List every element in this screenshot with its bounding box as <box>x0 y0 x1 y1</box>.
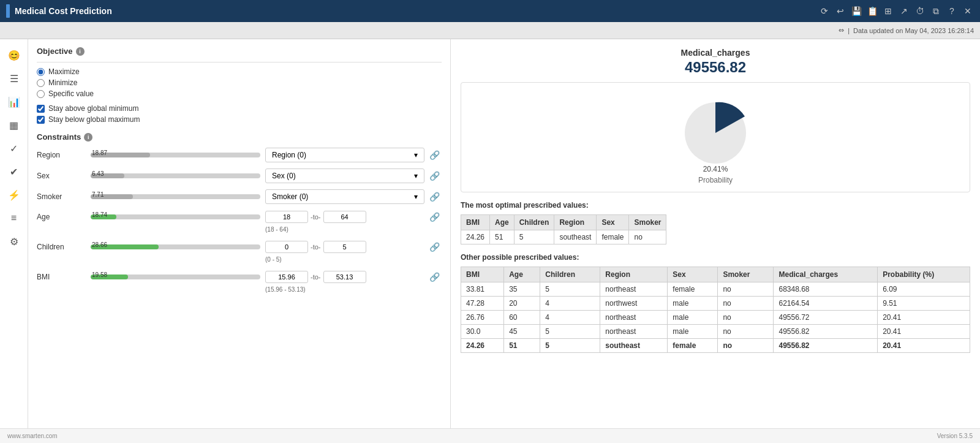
sidebar-item-check2[interactable]: ✔ <box>2 161 26 183</box>
refresh-icon[interactable]: ⟳ <box>818 6 831 16</box>
constraint-row-smoker: Smoker 7.71 Smoker (0) ▾ 🔗 <box>37 189 442 204</box>
region-dropdown-label: Region (0) <box>272 151 306 159</box>
content-area: Objective i Maximize Minimize Specific v… <box>28 39 980 428</box>
bmi-slider-value: 19.58 <box>92 271 107 278</box>
other-age-1: 20 <box>504 297 540 311</box>
export-icon[interactable]: ↗ <box>898 6 910 16</box>
optimal-age: 51 <box>490 230 514 244</box>
other-sex-2: male <box>668 311 718 325</box>
optimal-region: southeast <box>554 230 597 244</box>
other-row-0: 33.81 35 5 northeast female no 68348.68 … <box>461 282 970 297</box>
other-sex-4: female <box>668 339 718 353</box>
age-link-icon[interactable]: 🔗 <box>429 212 442 222</box>
sex-slider[interactable]: 6.43 <box>91 169 260 183</box>
sidebar-item-analytics[interactable]: ⚡ <box>2 184 26 206</box>
other-th-bmi: BMI <box>461 267 504 282</box>
sidebar-item-doc[interactable]: ≡ <box>2 207 26 229</box>
sidebar-item-table[interactable]: ▦ <box>2 114 26 136</box>
age-slider[interactable]: 18.74 <box>91 210 260 224</box>
constraints-label: Constraints <box>37 132 81 142</box>
stay-above-input[interactable] <box>37 105 45 113</box>
app-title: Medical Cost Prediction <box>15 6 818 16</box>
bmi-link-icon[interactable]: 🔗 <box>429 272 442 282</box>
sidebar-item-list[interactable]: ☰ <box>2 67 26 89</box>
sidebar-item-home[interactable]: 😊 <box>2 44 26 66</box>
stay-below-input[interactable] <box>37 116 45 124</box>
specific-label: Specific value <box>48 89 94 98</box>
children-slider-value: 28.66 <box>92 241 107 248</box>
layout-icon[interactable]: ⧉ <box>930 6 942 17</box>
age-min-input[interactable] <box>265 211 308 223</box>
minimize-radio-input[interactable] <box>37 79 45 87</box>
help-icon[interactable]: ? <box>946 6 958 16</box>
sex-dropdown[interactable]: Sex (0) ▾ <box>265 168 424 183</box>
age-range-hint: (18 - 64) <box>265 226 424 233</box>
constraint-row-bmi-wrapper: BMI 19.58 -to- 🔗 <box>37 270 442 293</box>
close-icon[interactable]: ✕ <box>962 6 974 16</box>
maximize-radio-input[interactable] <box>37 68 45 76</box>
smoker-link-icon[interactable]: 🔗 <box>429 192 442 202</box>
other-th-probability: Probability (%) <box>878 267 970 282</box>
constraints-info-icon[interactable]: i <box>84 133 92 142</box>
other-children-2: 4 <box>540 311 600 325</box>
children-range-hint: (0 - 5) <box>265 256 424 263</box>
sidebar-item-chart[interactable]: 📊 <box>2 91 26 113</box>
minimize-radio[interactable]: Minimize <box>37 78 442 87</box>
children-slider[interactable]: 28.66 <box>91 240 260 254</box>
other-row-2: 26.76 60 4 northeast male no 49556.72 20… <box>461 311 970 325</box>
other-smoker-0: no <box>718 282 774 297</box>
smoker-slider[interactable]: 7.71 <box>91 190 260 203</box>
age-max-input[interactable] <box>323 211 366 223</box>
grid-icon[interactable]: ⊞ <box>882 6 894 16</box>
other-smoker-1: no <box>718 297 774 311</box>
sex-dropdown-arrow: ▾ <box>414 172 418 180</box>
bmi-label: BMI <box>37 273 86 281</box>
specific-radio-input[interactable] <box>37 90 45 98</box>
other-bmi-4: 24.26 <box>461 339 504 353</box>
bmi-min-input[interactable] <box>265 271 308 283</box>
history-icon[interactable]: ⏱ <box>914 6 926 16</box>
specific-radio[interactable]: Specific value <box>37 89 442 98</box>
region-label: Region <box>37 151 86 159</box>
other-charges-4: 49556.82 <box>774 339 878 353</box>
children-max-input[interactable] <box>323 241 366 253</box>
objective-info-icon[interactable]: i <box>76 47 85 56</box>
sidebar-item-check[interactable]: ✓ <box>2 137 26 159</box>
constraint-row-sex: Sex 6.43 Sex (0) ▾ 🔗 <box>37 168 442 183</box>
stay-above-checkbox[interactable]: Stay above global minimum <box>37 104 442 113</box>
other-children-4: 5 <box>540 339 600 353</box>
undo-icon[interactable]: ↩ <box>834 6 846 16</box>
children-link-icon[interactable]: 🔗 <box>429 242 442 252</box>
smoker-dropdown-arrow: ▾ <box>414 192 418 201</box>
optimal-smoker: no <box>629 230 666 244</box>
age-hint-row: (18 - 64) <box>37 226 442 233</box>
stay-below-checkbox[interactable]: Stay below global maximum <box>37 115 442 124</box>
objective-checkbox-group: Stay above global minimum Stay below glo… <box>37 104 442 124</box>
objective-divider <box>37 62 442 62</box>
objective-label: Objective <box>37 47 73 56</box>
other-children-1: 4 <box>540 297 600 311</box>
other-region-3: northeast <box>600 325 668 339</box>
children-min-input[interactable] <box>265 241 308 253</box>
optimal-th-bmi: BMI <box>461 215 490 230</box>
sex-link-icon[interactable]: 🔗 <box>429 171 442 181</box>
region-slider[interactable]: 18.87 <box>91 148 260 162</box>
constraint-row-children: Children 28.66 -to- 🔗 <box>37 240 442 254</box>
other-age-3: 45 <box>504 325 540 339</box>
objective-section-title: Objective i <box>37 47 442 56</box>
sidebar-item-settings[interactable]: ⚙ <box>2 230 26 252</box>
region-dropdown[interactable]: Region (0) ▾ <box>265 148 424 162</box>
other-table: BMI Age Children Region Sex Smoker Medic… <box>461 267 970 353</box>
save-icon[interactable]: 💾 <box>850 6 862 16</box>
age-range-sep: -to- <box>311 213 321 221</box>
bmi-slider[interactable]: 19.58 <box>91 270 260 284</box>
other-smoker-2: no <box>718 311 774 325</box>
copy-icon[interactable]: 📋 <box>866 6 878 16</box>
region-link-icon[interactable]: 🔗 <box>429 150 442 160</box>
other-bmi-3: 30.0 <box>461 325 504 339</box>
smoker-dropdown[interactable]: Smoker (0) ▾ <box>265 189 424 204</box>
bmi-max-input[interactable] <box>323 271 366 283</box>
maximize-radio[interactable]: Maximize <box>37 67 442 76</box>
other-smoker-3: no <box>718 325 774 339</box>
other-age-2: 60 <box>504 311 540 325</box>
